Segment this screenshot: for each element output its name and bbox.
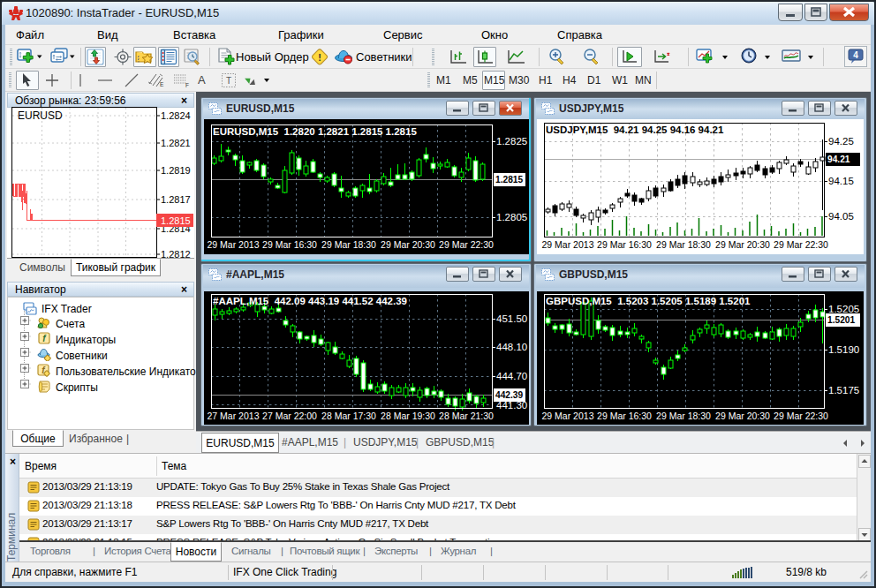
svg-text:1.2819: 1.2819 (161, 165, 191, 176)
svg-text:F: F (185, 82, 189, 88)
svg-text:29 Mar 2013: 29 Mar 2013 (542, 411, 594, 421)
svg-text:1.2817: 1.2817 (161, 194, 191, 205)
svg-text:442.39: 442.39 (495, 390, 523, 400)
svg-text:94.05: 94.05 (828, 211, 854, 222)
svg-text:1.2815: 1.2815 (495, 175, 523, 185)
svg-text:1.2825: 1.2825 (496, 136, 527, 147)
svg-text:1.5190: 1.5190 (828, 344, 859, 355)
svg-text:94.21: 94.21 (827, 155, 850, 164)
svg-text:29 Mar 22:30: 29 Mar 22:30 (774, 411, 828, 421)
svg-text:EURUSD,M15 1.2820 1.2821 1.28: EURUSD,M15 1.2820 1.2821 1.2815 1.2815 (213, 126, 417, 137)
svg-text:29 Mar 20:30: 29 Mar 20:30 (715, 411, 770, 421)
svg-text:T: T (226, 76, 231, 86)
svg-text:1.2824: 1.2824 (161, 110, 191, 121)
svg-text:441.30: 441.30 (496, 400, 527, 411)
svg-text:451.50: 451.50 (496, 313, 527, 324)
svg-text:28 Mar 21:30: 28 Mar 21:30 (439, 411, 494, 421)
svg-text:29 Mar 16:30: 29 Mar 16:30 (597, 411, 652, 421)
svg-text:#AAPL,M15 442.09 443.19 441.5: #AAPL,M15 442.09 443.19 441.52 442.39 (213, 296, 407, 306)
svg-text:94.15: 94.15 (828, 176, 854, 186)
svg-text:29 Mar 22:30: 29 Mar 22:30 (439, 239, 494, 250)
svg-text:1.5205: 1.5205 (828, 304, 859, 314)
svg-text:1.2805: 1.2805 (496, 212, 527, 222)
svg-text:E: E (160, 81, 164, 87)
svg-text:29 Mar 2013: 29 Mar 2013 (208, 239, 260, 250)
svg-text:GBPUSD,M15 1.5203 1.5205 1.51: GBPUSD,M15 1.5203 1.5205 1.5189 1.5201 (546, 296, 751, 306)
svg-text:27 Mar 22:00: 27 Mar 22:00 (262, 411, 317, 421)
svg-text:29 Mar 2013: 29 Mar 2013 (542, 239, 594, 250)
svg-text:29 Mar 16:30: 29 Mar 16:30 (262, 239, 317, 250)
svg-text:448.10: 448.10 (496, 342, 527, 352)
svg-text:29 Mar 22:30: 29 Mar 22:30 (774, 239, 828, 250)
svg-text:28 Mar 19:30: 28 Mar 19:30 (381, 411, 435, 421)
svg-text:29 Mar 16:30: 29 Mar 16:30 (597, 239, 652, 250)
svg-text:!: ! (318, 52, 321, 63)
svg-text:29 Mar 20:30: 29 Mar 20:30 (715, 239, 770, 250)
svg-text:444.70: 444.70 (496, 371, 527, 381)
svg-text:1.2815: 1.2815 (161, 215, 191, 226)
svg-text:29 Mar 20:30: 29 Mar 20:30 (381, 239, 435, 250)
svg-text:EURUSD: EURUSD (18, 109, 63, 122)
svg-text:28 Mar 17:30: 28 Mar 17:30 (321, 411, 376, 421)
svg-text:1.5201: 1.5201 (827, 315, 855, 325)
svg-text:27 Mar 2013: 27 Mar 2013 (208, 411, 260, 421)
svg-text:1.2821: 1.2821 (161, 138, 191, 148)
svg-text:29 Mar 18:30: 29 Mar 18:30 (656, 239, 711, 250)
svg-text:29 Mar 18:30: 29 Mar 18:30 (321, 239, 376, 250)
svg-text:94.25: 94.25 (828, 136, 854, 147)
svg-text:29 Mar 18:30: 29 Mar 18:30 (656, 411, 711, 421)
svg-text:USDJPY,M15 94.21 94.25 94.16: USDJPY,M15 94.21 94.25 94.16 94.21 (546, 124, 724, 135)
svg-text:4: 4 (853, 50, 858, 60)
svg-text:1.5175: 1.5175 (828, 385, 859, 396)
